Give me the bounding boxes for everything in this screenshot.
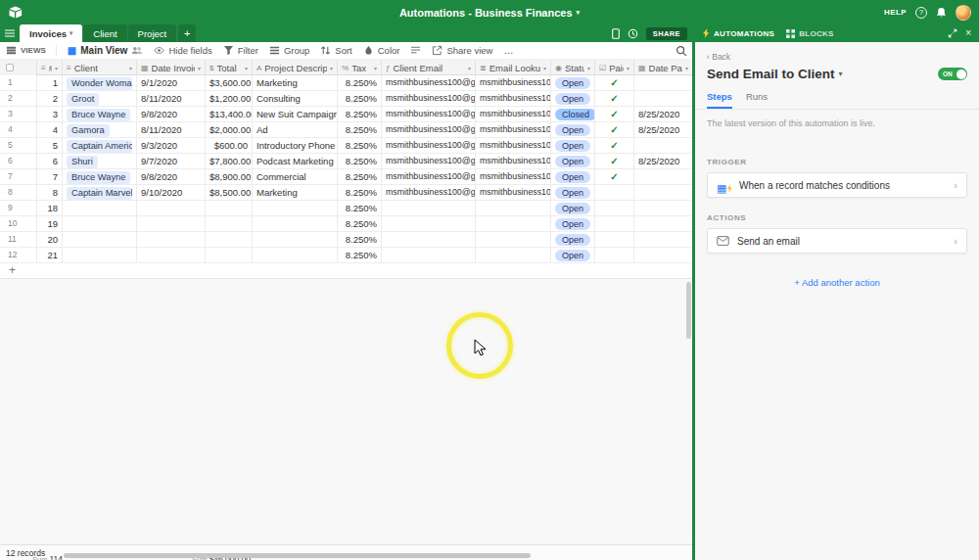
cell-date_invoiced[interactable] (137, 201, 206, 216)
cell-lookup[interactable]: msmithbusiness100@... (476, 169, 551, 185)
cell-total[interactable]: $600.00 (206, 138, 253, 154)
hide-fields-button[interactable]: Hide fields (154, 45, 211, 56)
cell-email[interactable] (382, 216, 476, 232)
cell-client[interactable]: Wonder Woman (63, 75, 137, 91)
close-icon[interactable]: × (965, 28, 971, 38)
cell-email[interactable]: msmithbusiness100@gmail... (382, 107, 476, 122)
cell-tax[interactable]: 8.250% (338, 169, 382, 185)
cell-description[interactable]: Ad (253, 122, 338, 138)
search-button[interactable] (676, 45, 687, 57)
menu-icon[interactable] (0, 24, 20, 42)
cell-description[interactable]: Commercial (253, 169, 338, 185)
status-badge[interactable]: Open (555, 234, 590, 246)
cell-client[interactable]: Gamora (63, 122, 137, 138)
column-header-tax[interactable]: %Tax▾ (338, 60, 382, 75)
help-link[interactable]: HELP (884, 8, 907, 17)
cell-status[interactable]: Open (551, 138, 595, 154)
checkmark-icon[interactable]: ✓ (610, 93, 618, 104)
chevron-down-icon[interactable]: ▾ (330, 65, 333, 71)
chevron-down-icon[interactable]: ▾ (839, 70, 843, 78)
cell-description[interactable]: New Suit Campaign (253, 107, 338, 122)
column-header-email[interactable]: ƒClient Email▾ (382, 60, 476, 75)
cell-paid[interactable]: ✓ (595, 169, 634, 185)
cell-date_paid[interactable] (634, 185, 693, 201)
linked-record-pill[interactable]: Bruce Wayne (67, 109, 130, 121)
tab-blocks[interactable]: BLOCKS (786, 29, 834, 38)
cell-lookup[interactable]: msmithbusiness100@... (476, 122, 551, 138)
linked-record-pill[interactable]: Bruce Wayne (67, 171, 130, 184)
status-badge[interactable]: Open (555, 93, 590, 105)
cell-num[interactable]: 7 (37, 169, 63, 185)
cell-description[interactable]: Marketing (253, 75, 338, 91)
cell-paid[interactable]: ✓ (595, 107, 634, 122)
cell-tax[interactable]: 8.250% (338, 201, 382, 216)
num-column-summary[interactable]: Sum114 (29, 548, 63, 560)
automation-title[interactable]: Send Email to Client (707, 67, 835, 81)
table-row[interactable]: 55Captain America9/3/2020$600.00Introduc… (0, 138, 693, 154)
cell-date_invoiced[interactable]: 9/8/2020 (137, 169, 206, 185)
chevron-down-icon[interactable]: ▾ (374, 65, 377, 71)
cell-email[interactable]: msmithbusiness100@gmail... (382, 138, 476, 154)
tab-automations[interactable]: AUTOMATIONS (703, 28, 774, 38)
cell-num[interactable]: 20 (37, 232, 63, 248)
filter-button[interactable]: Filter (223, 45, 258, 56)
cell-num[interactable]: 1 (37, 75, 63, 91)
column-header-total[interactable]: $Total▾ (206, 60, 253, 75)
sort-button[interactable]: Sort (320, 45, 351, 56)
add-row-button[interactable]: + (0, 263, 693, 279)
cell-num[interactable]: 18 (37, 201, 63, 216)
chevron-down-icon[interactable]: ▾ (129, 65, 132, 71)
table-row[interactable]: 10198.250%Open (0, 216, 693, 232)
cell-num[interactable]: 2 (37, 91, 63, 107)
notifications-bell-icon[interactable] (936, 7, 947, 19)
chevron-down-icon[interactable]: ▾ (55, 65, 58, 71)
cell-email[interactable]: msmithbusiness100@gmail... (382, 185, 476, 201)
share-button[interactable]: SHARE (646, 27, 687, 40)
cell-status[interactable]: Open (551, 154, 595, 169)
vertical-scrollbar[interactable] (686, 282, 691, 339)
cell-tax[interactable]: 8.250% (338, 122, 382, 138)
status-badge[interactable]: Open (555, 140, 590, 152)
view-switcher[interactable]: ▦ Main View (68, 45, 144, 56)
cell-tax[interactable]: 8.250% (338, 91, 382, 107)
cell-lookup[interactable] (476, 216, 551, 232)
more-options-button[interactable]: … (503, 45, 514, 56)
column-header-date_invoiced[interactable]: ▦Date Invoiced▾ (137, 60, 206, 75)
chevron-down-icon[interactable]: ▾ (587, 65, 590, 71)
cell-tax[interactable]: 8.250% (338, 185, 382, 201)
table-row[interactable]: 88Captain Marvel9/10/2020$8,500.00Market… (0, 185, 693, 201)
cell-description[interactable]: Podcast Marketing (253, 154, 338, 169)
cell-description[interactable]: Consulting (253, 91, 338, 107)
cell-paid[interactable] (595, 185, 634, 201)
question-icon[interactable]: ? (915, 7, 927, 19)
cell-tax[interactable]: 8.250% (338, 248, 382, 263)
table-row[interactable]: 44Gamora8/11/2020$2,000.00Ad8.250%msmith… (0, 122, 693, 138)
cell-lookup[interactable]: msmithbusiness100@... (476, 75, 551, 91)
table-row[interactable]: 22Groot8/11/2020$1,200.00Consulting8.250… (0, 91, 693, 107)
column-header-status[interactable]: ◉Status▾ (551, 60, 595, 75)
row-height-button[interactable] (410, 45, 421, 56)
table-row[interactable]: 12218.250%Open (0, 248, 693, 263)
cell-total[interactable]: $7,800.00 (206, 154, 253, 169)
cell-email[interactable] (382, 201, 476, 216)
cell-date_invoiced[interactable]: 9/8/2020 (137, 107, 206, 122)
cell-status[interactable]: Closed (551, 107, 595, 122)
add-table-button[interactable]: + (178, 24, 196, 42)
linked-record-pill[interactable]: Captain America (67, 140, 132, 153)
cell-total[interactable] (206, 248, 253, 263)
cell-date_paid[interactable]: 8/25/2020 (634, 122, 693, 138)
checkmark-icon[interactable]: ✓ (610, 156, 618, 166)
cell-date_paid[interactable] (634, 248, 693, 263)
cell-email[interactable]: msmithbusiness100@gmail... (382, 154, 476, 169)
cell-tax[interactable]: 8.250% (338, 107, 382, 122)
cell-email[interactable]: msmithbusiness100@gmail... (382, 122, 476, 138)
cell-email[interactable]: msmithbusiness100@gmail... (382, 91, 476, 107)
cell-num[interactable]: 4 (37, 122, 63, 138)
cell-client[interactable]: Shuri (63, 154, 137, 169)
status-badge[interactable]: Closed (555, 109, 595, 120)
cell-description[interactable] (253, 232, 338, 248)
cell-num[interactable]: 5 (37, 138, 63, 154)
cell-date_paid[interactable] (634, 201, 693, 216)
cell-status[interactable]: Open (551, 169, 595, 185)
cell-paid[interactable] (595, 216, 634, 232)
